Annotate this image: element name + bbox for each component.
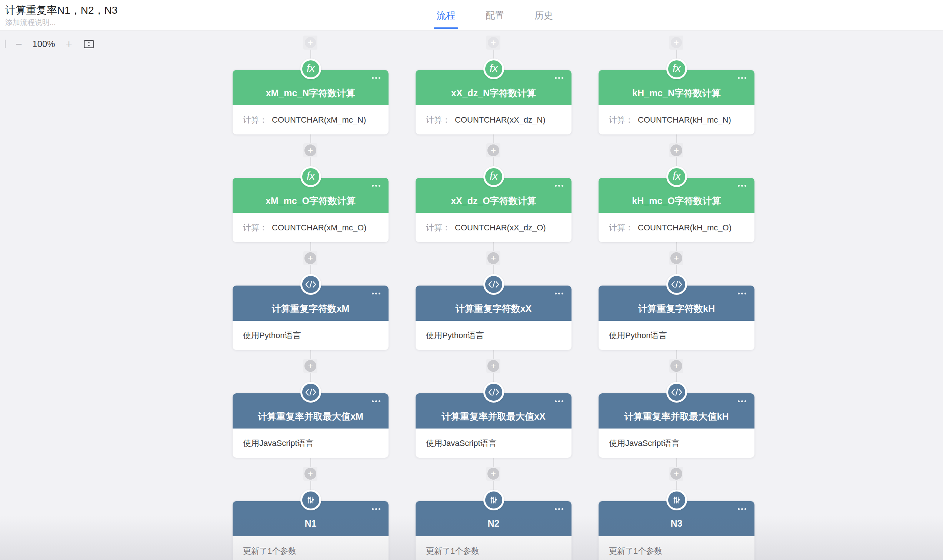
node-menu-icon[interactable] bbox=[372, 77, 380, 79]
node-title: xX_dz_O字符数计算 bbox=[415, 195, 572, 207]
node-title: xX_dz_N字符数计算 bbox=[415, 87, 572, 99]
add-node-button[interactable]: + bbox=[488, 468, 499, 480]
node-menu-icon[interactable] bbox=[372, 508, 380, 510]
node-card-params[interactable]: N1 更新了1个参数 bbox=[232, 501, 389, 560]
node-body-value: COUNTCHAR(xM_mc_O) bbox=[272, 223, 366, 232]
node-body-value: 使用Python语言 bbox=[609, 330, 667, 341]
node-menu-icon[interactable] bbox=[738, 400, 746, 402]
node-title: kH_mc_O字符数计算 bbox=[598, 195, 754, 207]
code-icon bbox=[666, 382, 687, 403]
node-title: 计算重复字符数xM bbox=[232, 303, 389, 315]
node-card-params[interactable]: N2 更新了1个参数 bbox=[415, 501, 572, 560]
node-card-code[interactable]: 计算重复字符数xX 使用Python语言 bbox=[415, 286, 572, 350]
node-title: N1 bbox=[232, 518, 389, 529]
formula-fx-icon: fx bbox=[483, 58, 504, 79]
node-menu-icon[interactable] bbox=[372, 292, 380, 294]
node-card-formula[interactable]: fx kH_mc_O字符数计算 计算： COUNTCHAR(kH_mc_O) bbox=[598, 178, 754, 242]
node-body-value: 使用JavaScript语言 bbox=[426, 438, 497, 449]
node-card-formula[interactable]: fx xX_dz_N字符数计算 计算： COUNTCHAR(xX_dz_N) bbox=[415, 70, 572, 134]
node-menu-icon[interactable] bbox=[738, 77, 746, 79]
node-menu-icon[interactable] bbox=[738, 185, 746, 187]
node-body-value: 使用JavaScript语言 bbox=[243, 438, 314, 449]
tab-flow[interactable]: 流程 bbox=[434, 0, 458, 30]
node-card-code[interactable]: 计算重复字符数xM 使用Python语言 bbox=[232, 286, 389, 350]
node-body-value: 使用Python语言 bbox=[426, 330, 484, 341]
node-body-label: 计算： bbox=[243, 222, 268, 233]
node-card-params[interactable]: N3 更新了1个参数 bbox=[598, 501, 754, 560]
code-icon bbox=[300, 382, 321, 403]
formula-fx-icon: fx bbox=[300, 166, 321, 187]
fit-to-screen-icon[interactable] bbox=[84, 39, 94, 49]
node-card-formula[interactable]: fx xX_dz_O字符数计算 计算： COUNTCHAR(xX_dz_O) bbox=[415, 178, 572, 242]
add-node-button[interactable]: + bbox=[488, 37, 499, 48]
sliders-icon bbox=[666, 490, 687, 510]
node-menu-icon[interactable] bbox=[738, 508, 746, 510]
sliders-icon bbox=[300, 490, 321, 510]
node-title: 计算重复率并取最大值xM bbox=[232, 410, 389, 423]
flow-canvas[interactable]: + + + + + + + + + + + + + + + fx xM_mc_N… bbox=[0, 31, 943, 560]
app-header: 计算重复率N1，N2，N3 添加流程说明... 流程 配置 历史 bbox=[0, 0, 943, 31]
node-body-label: 计算： bbox=[426, 114, 451, 126]
node-card-formula[interactable]: fx xM_mc_O字符数计算 计算： COUNTCHAR(xM_mc_O) bbox=[232, 178, 389, 242]
zoom-out-button[interactable]: − bbox=[14, 39, 24, 49]
add-node-button[interactable]: + bbox=[488, 145, 499, 156]
node-title: 计算重复字符数kH bbox=[598, 303, 754, 315]
add-node-button[interactable]: + bbox=[305, 360, 316, 372]
node-title: N3 bbox=[598, 518, 754, 529]
formula-fx-icon: fx bbox=[483, 166, 504, 187]
node-body-value: 更新了1个参数 bbox=[426, 546, 479, 557]
formula-fx-icon: fx bbox=[300, 58, 321, 79]
node-card-formula[interactable]: fx kH_mc_N字符数计算 计算： COUNTCHAR(kH_mc_N) bbox=[598, 70, 754, 134]
node-body-value: COUNTCHAR(xM_mc_N) bbox=[272, 115, 366, 125]
zoom-level: 100% bbox=[31, 39, 56, 49]
add-node-button[interactable]: + bbox=[488, 360, 499, 372]
code-icon bbox=[300, 274, 321, 295]
node-body-value: COUNTCHAR(xX_dz_N) bbox=[455, 115, 545, 125]
node-card-code[interactable]: 计算重复率并取最大值xX 使用JavaScript语言 bbox=[415, 393, 572, 458]
flow-title[interactable]: 计算重复率N1，N2，N3 bbox=[5, 3, 117, 17]
add-node-button[interactable]: + bbox=[671, 360, 682, 372]
add-node-button[interactable]: + bbox=[305, 145, 316, 156]
add-node-button[interactable]: + bbox=[671, 37, 682, 48]
add-node-button[interactable]: + bbox=[671, 468, 682, 480]
node-menu-icon[interactable] bbox=[372, 400, 380, 402]
node-body-value: 更新了1个参数 bbox=[243, 546, 296, 557]
node-body-value: COUNTCHAR(kH_mc_O) bbox=[638, 223, 732, 232]
formula-fx-icon: fx bbox=[666, 58, 687, 79]
tab-history[interactable]: 历史 bbox=[532, 0, 556, 30]
add-node-button[interactable]: + bbox=[671, 252, 682, 264]
node-menu-icon[interactable] bbox=[372, 185, 380, 187]
code-icon bbox=[483, 382, 504, 403]
node-title: 计算重复率并取最大值xX bbox=[415, 410, 572, 423]
zoom-in-button[interactable]: + bbox=[64, 39, 74, 49]
node-body-value: 使用JavaScript语言 bbox=[609, 438, 680, 449]
node-menu-icon[interactable] bbox=[555, 185, 563, 187]
node-title: xM_mc_N字符数计算 bbox=[232, 87, 389, 99]
add-node-button[interactable]: + bbox=[671, 145, 682, 156]
node-card-code[interactable]: 计算重复率并取最大值xM 使用JavaScript语言 bbox=[232, 393, 389, 458]
node-card-code[interactable]: 计算重复字符数kH 使用Python语言 bbox=[598, 286, 754, 350]
node-body-value: COUNTCHAR(xX_dz_O) bbox=[455, 223, 546, 232]
node-menu-icon[interactable] bbox=[555, 77, 563, 79]
flow-description-placeholder[interactable]: 添加流程说明... bbox=[5, 17, 56, 28]
add-node-button[interactable]: + bbox=[305, 37, 316, 48]
node-body-label: 计算： bbox=[609, 114, 633, 126]
node-card-code[interactable]: 计算重复率并取最大值kH 使用JavaScript语言 bbox=[598, 393, 754, 458]
node-body-value: COUNTCHAR(kH_mc_N) bbox=[638, 115, 731, 125]
node-body-label: 计算： bbox=[243, 114, 268, 126]
node-title: kH_mc_N字符数计算 bbox=[598, 87, 754, 99]
tab-config[interactable]: 配置 bbox=[483, 0, 507, 30]
node-menu-icon[interactable] bbox=[555, 508, 563, 510]
node-menu-icon[interactable] bbox=[555, 400, 563, 402]
add-node-button[interactable]: + bbox=[305, 468, 316, 480]
sliders-icon bbox=[483, 490, 504, 510]
node-body-value: 使用Python语言 bbox=[243, 330, 301, 341]
node-title: N2 bbox=[415, 518, 572, 529]
node-card-formula[interactable]: fx xM_mc_N字符数计算 计算： COUNTCHAR(xM_mc_N) bbox=[232, 70, 389, 134]
add-node-button[interactable]: + bbox=[305, 252, 316, 264]
node-menu-icon[interactable] bbox=[738, 292, 746, 294]
panel-drag-handle[interactable] bbox=[5, 40, 6, 48]
node-menu-icon[interactable] bbox=[555, 292, 563, 294]
add-node-button[interactable]: + bbox=[488, 252, 499, 264]
node-body-label: 计算： bbox=[609, 222, 633, 233]
